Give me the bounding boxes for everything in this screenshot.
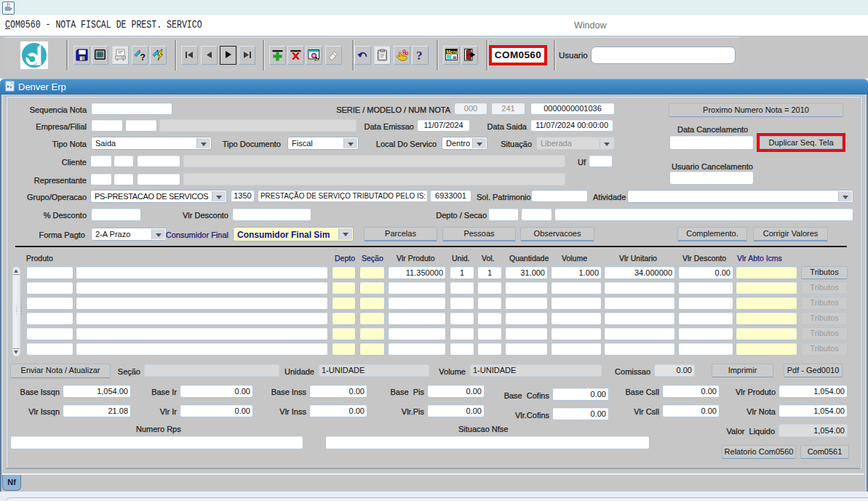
svg-text:Menu: Menu: [446, 49, 458, 55]
svg-text:?: ?: [416, 49, 423, 61]
svg-text:?: ?: [140, 52, 146, 61]
